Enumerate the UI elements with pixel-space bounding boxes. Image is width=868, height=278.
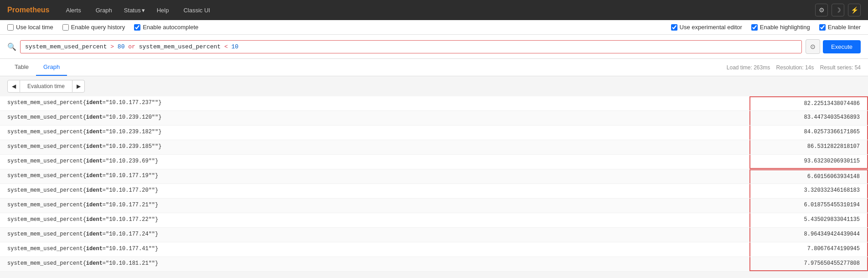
result-value: 6.60156063934148 [749, 169, 868, 184]
enable-query-history-option[interactable]: Enable query history [62, 24, 125, 31]
brand-logo: Prometheus [7, 6, 49, 14]
table-row: system_mem_used_percent{ident="10.10.177… [0, 96, 868, 111]
enable-autocomplete-label: Enable autocomplete [143, 24, 198, 31]
enable-linter-checkbox[interactable] [819, 24, 826, 31]
query-options-icon[interactable]: ⊙ [806, 39, 820, 54]
meta-info: Load time: 263ms Resolution: 14s Result … [727, 62, 861, 73]
result-value: 3.320332346168183 [749, 184, 868, 198]
execute-button[interactable]: Execute [823, 40, 861, 53]
results-table: system_mem_used_percent{ident="10.10.177… [0, 96, 868, 272]
table-row: system_mem_used_percent{ident="10.10.177… [0, 199, 868, 213]
result-value: 6.018755455310194 [749, 199, 868, 213]
result-metric: system_mem_used_percent{ident="10.10.239… [0, 140, 749, 154]
use-local-time-option[interactable]: Use local time [7, 24, 53, 31]
result-metric: system_mem_used_percent{ident="10.10.177… [0, 213, 749, 227]
tab-table[interactable]: Table [7, 59, 36, 76]
result-metric: system_mem_used_percent{ident="10.10.239… [0, 111, 749, 125]
use-experimental-editor-checkbox[interactable] [671, 24, 677, 31]
query-metric-2: system_mem_used_percent [139, 43, 221, 50]
navbar-right-icons: ⚙ ☽ ⚡ [815, 4, 861, 16]
query-metric-1: system_mem_used_percent [25, 43, 107, 50]
result-metric: system_mem_used_percent{ident="10.10.177… [0, 242, 749, 257]
enable-highlighting-label: Enable highlighting [760, 24, 810, 31]
power-icon[interactable]: ⚡ [848, 4, 861, 16]
result-value: 5.435029833041135 [749, 213, 868, 227]
table-row: system_mem_used_percent{ident="10.10.177… [0, 213, 868, 228]
result-value: 83.44734035436893 [749, 111, 868, 125]
nav-status[interactable]: Status ▾ [124, 7, 145, 14]
result-metric: system_mem_used_percent{ident="10.10.177… [0, 169, 749, 184]
table-row: system_mem_used_percent{ident="10.10.239… [0, 126, 868, 140]
tabs-row: Table Graph Load time: 263ms Resolution:… [0, 59, 868, 76]
use-experimental-editor-option[interactable]: Use experimental editor [671, 24, 742, 31]
settings-icon[interactable]: ⚙ [815, 4, 828, 16]
enable-autocomplete-checkbox[interactable] [134, 24, 140, 31]
query-actions: ⊙ Execute [806, 39, 861, 54]
use-experimental-editor-label: Use experimental editor [680, 24, 742, 31]
enable-highlighting-checkbox[interactable] [751, 24, 758, 31]
options-bar: Use local time Enable query history Enab… [0, 20, 868, 35]
result-metric: system_mem_used_percent{ident="10.10.177… [0, 199, 749, 213]
use-local-time-checkbox[interactable] [7, 24, 14, 31]
right-options: Use experimental editor Enable highlight… [671, 24, 861, 31]
nav-help[interactable]: Help [154, 5, 172, 16]
use-local-time-label: Use local time [16, 24, 53, 31]
result-series: Result series: 54 [820, 64, 861, 71]
enable-query-history-label: Enable query history [71, 24, 125, 31]
tabs: Table Graph [7, 59, 67, 76]
result-value: 84.02573366171865 [749, 126, 868, 140]
result-metric: system_mem_used_percent{ident="10.10.177… [0, 184, 749, 198]
result-value: 7.80676474190945 [749, 242, 868, 257]
result-value: 82.22513438074486 [749, 96, 868, 110]
query-or: or [128, 43, 139, 50]
query-num-2: 10 [232, 43, 239, 50]
enable-autocomplete-option[interactable]: Enable autocomplete [134, 24, 198, 31]
query-bar: 🔍 system_mem_used_percent > 80 or system… [0, 35, 868, 59]
nav-graph[interactable]: Graph [93, 5, 115, 16]
enable-linter-option[interactable]: Enable linter [819, 24, 861, 31]
navbar: Prometheus Alerts Graph Status ▾ Help Cl… [0, 0, 868, 20]
result-metric: system_mem_used_percent{ident="10.10.239… [0, 155, 749, 169]
load-time: Load time: 263ms [727, 64, 770, 71]
theme-icon[interactable]: ☽ [832, 4, 844, 16]
query-op-2: < [224, 43, 232, 50]
table-row: system_mem_used_percent{ident="10.10.239… [0, 155, 868, 169]
table-row: system_mem_used_percent{ident="10.10.177… [0, 169, 868, 184]
result-value: 7.975650455277808 [749, 257, 868, 271]
eval-bar: ◀ Evaluation time ▶ [0, 76, 868, 96]
result-metric: system_mem_used_percent{ident="10.10.181… [0, 257, 749, 271]
query-num-1: 80 [118, 43, 125, 50]
result-value: 93.63230206930115 [749, 155, 868, 169]
table-row: system_mem_used_percent{ident="10.10.181… [0, 257, 868, 272]
eval-prev-button[interactable]: ◀ [7, 80, 20, 93]
eval-next-button[interactable]: ▶ [72, 80, 85, 93]
nav-alerts[interactable]: Alerts [63, 5, 83, 16]
enable-query-history-checkbox[interactable] [62, 24, 69, 31]
enable-highlighting-option[interactable]: Enable highlighting [751, 24, 810, 31]
enable-linter-label: Enable linter [828, 24, 861, 31]
result-value: 86.5312822818107 [749, 140, 868, 154]
search-icon: 🔍 [7, 42, 16, 51]
result-metric: system_mem_used_percent{ident="10.10.239… [0, 126, 749, 140]
query-op-1: > [110, 43, 118, 50]
table-row: system_mem_used_percent{ident="10.10.239… [0, 140, 868, 155]
table-row: system_mem_used_percent{ident="10.10.177… [0, 228, 868, 242]
result-metric: system_mem_used_percent{ident="10.10.177… [0, 228, 749, 242]
table-row: system_mem_used_percent{ident="10.10.177… [0, 242, 868, 257]
result-metric: system_mem_used_percent{ident="10.10.177… [0, 96, 749, 110]
result-value: 8.964349424439044 [749, 228, 868, 242]
nav-classic-ui[interactable]: Classic UI [181, 5, 213, 16]
tab-graph[interactable]: Graph [36, 59, 67, 76]
resolution: Resolution: 14s [776, 64, 814, 71]
eval-time-label: Evaluation time [20, 80, 72, 93]
table-row: system_mem_used_percent{ident="10.10.177… [0, 184, 868, 199]
table-row: system_mem_used_percent{ident="10.10.239… [0, 111, 868, 126]
query-input-display[interactable]: system_mem_used_percent > 80 or system_m… [20, 40, 802, 53]
